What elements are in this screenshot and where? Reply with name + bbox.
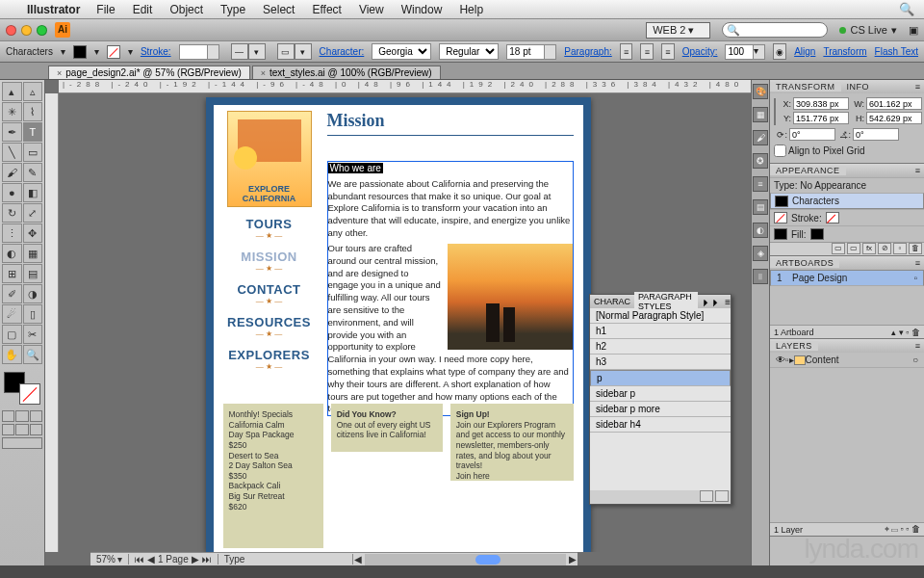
menu-edit[interactable]: Edit — [124, 3, 162, 16]
new-sublayer-icon[interactable]: ▫ — [901, 524, 904, 534]
menu-type[interactable]: Type — [212, 3, 254, 16]
new-artboard-icon[interactable]: ▫ — [906, 328, 909, 337]
close-window-button[interactable] — [6, 25, 16, 36]
spotlight-icon[interactable]: 🔍 — [899, 2, 914, 16]
rectangle-tool[interactable]: ▭ — [23, 143, 43, 162]
flash-text-link[interactable]: Flash Text — [875, 46, 918, 57]
tab-character-styles[interactable]: CHARAC — [590, 297, 634, 306]
horizontal-ruler[interactable]: |-288 |-240 |-192 |-144 |-96 |-48 |0 |48… — [59, 80, 751, 93]
stroke-link[interactable]: Stroke: — [141, 46, 171, 57]
dock-stroke-icon[interactable]: ≡ — [753, 176, 768, 192]
fill-swatch[interactable] — [73, 45, 87, 59]
cs-live-button[interactable]: CS Live ▾ — [839, 24, 897, 37]
dock-brushes-icon[interactable]: 🖌 — [753, 130, 768, 145]
font-family-select[interactable]: Georgia — [372, 43, 431, 60]
scroll-right-button[interactable]: ▶ — [568, 554, 578, 565]
mesh-tool[interactable]: ⊞ — [2, 264, 22, 283]
target-icon[interactable]: ○ — [912, 355, 918, 365]
artboard-options-icon[interactable]: ▫ — [913, 273, 917, 283]
style-normal[interactable]: [Normal Paragraph Style] — [590, 308, 731, 324]
trash-icon[interactable] — [715, 490, 729, 502]
pencil-tool[interactable]: ✎ — [23, 163, 43, 182]
font-size-stepper[interactable] — [545, 44, 556, 60]
stroke-box[interactable] — [19, 383, 40, 405]
brush-dropdown[interactable]: ▾ — [248, 43, 266, 60]
move-up-icon[interactable]: ▴ — [891, 328, 896, 337]
stroke-swatch[interactable] — [107, 45, 120, 59]
eyedropper-tool[interactable]: ✐ — [2, 284, 22, 303]
style-h1[interactable]: h1 — [590, 324, 731, 339]
fx-icon[interactable]: fx — [862, 243, 876, 254]
color-mode-solid[interactable] — [2, 410, 14, 422]
visibility-icon[interactable]: 👁 — [776, 355, 785, 365]
draw-inside[interactable] — [30, 424, 42, 435]
style-dropdown[interactable]: ▾ — [295, 43, 312, 60]
artboard-tool[interactable]: ▢ — [2, 325, 22, 344]
opacity-link[interactable]: Opacity: — [682, 46, 718, 57]
stroke-weight-input[interactable] — [179, 44, 208, 60]
font-size-input[interactable] — [506, 44, 545, 60]
h-input[interactable] — [866, 112, 922, 124]
text-frame-selected[interactable]: Who we are We are passionate about Calif… — [327, 161, 574, 416]
rotate-tool[interactable]: ↻ — [2, 203, 22, 223]
new-style-icon[interactable] — [700, 490, 713, 502]
menu-select[interactable]: Select — [254, 3, 303, 16]
document-tab-2[interactable]: ×text_styles.ai @ 100% (RGB/Preview) — [252, 66, 441, 79]
x-input[interactable] — [793, 97, 849, 110]
help-search-input[interactable]: 🔍 — [722, 22, 828, 38]
tab-info[interactable]: INFO — [841, 82, 876, 92]
appearance-fill-row[interactable]: Fill: — [770, 225, 924, 242]
paragraph-styles-panel[interactable]: CHARACPARAGRAPH STYLES⏵⏵≡ [Normal Paragr… — [589, 294, 732, 505]
dock-color-icon[interactable]: 🎨 — [753, 84, 768, 99]
stroke-dropdown[interactable]: ▾ — [128, 46, 133, 57]
zoom-tool[interactable]: 🔍 — [23, 345, 43, 364]
stroke-weight-stepper[interactable] — [208, 44, 219, 60]
panel-menu-icon[interactable]: ≡ — [911, 258, 924, 268]
perspective-tool[interactable]: ▦ — [23, 244, 43, 263]
new-stroke-icon[interactable]: ▭ — [847, 243, 860, 254]
panel-menu-icon[interactable]: ≡ — [911, 166, 924, 175]
collapse-panel-icon[interactable]: ⏵⏵ — [698, 297, 725, 307]
type-tool[interactable]: T — [23, 122, 43, 142]
close-tab-icon[interactable]: × — [261, 68, 266, 78]
scroll-left-button[interactable]: ◀ — [353, 554, 363, 565]
style-sidebar-p-more[interactable]: sidebar p more — [590, 402, 731, 417]
locate-icon[interactable]: ⌖ — [885, 524, 889, 534]
trash-icon[interactable]: 🗑 — [911, 328, 920, 337]
horizontal-scrollbar[interactable] — [365, 554, 566, 565]
dock-gradient-icon[interactable]: ▤ — [753, 199, 768, 215]
align-panel-link[interactable]: Align — [794, 46, 815, 57]
menu-object[interactable]: Object — [161, 3, 212, 16]
tab-layers[interactable]: LAYERS — [770, 341, 818, 351]
y-input[interactable] — [793, 112, 849, 124]
object-menu-icon[interactable]: ▾ — [61, 46, 65, 57]
slice-tool[interactable]: ✂ — [23, 325, 43, 344]
graph-tool[interactable]: ▯ — [23, 304, 43, 324]
new-fill-icon[interactable]: ▭ — [832, 243, 845, 254]
direct-selection-tool[interactable]: ▵ — [23, 82, 43, 101]
width-tool[interactable]: ⋮ — [2, 223, 22, 243]
symbol-sprayer-tool[interactable]: ☄ — [2, 304, 22, 324]
free-transform-tool[interactable]: ✥ — [23, 223, 43, 243]
font-style-select[interactable]: Regular — [439, 43, 499, 60]
selection-tool[interactable]: ▴ — [2, 82, 22, 101]
workspace-switcher[interactable]: WEB 2 ▾ — [646, 22, 710, 39]
style-sidebar-h4[interactable]: sidebar h4 — [590, 417, 731, 433]
lasso-tool[interactable]: ⌇ — [23, 102, 43, 121]
scale-tool[interactable]: ⤢ — [23, 203, 43, 223]
zoom-window-button[interactable] — [37, 25, 47, 36]
character-link[interactable]: Character: — [320, 46, 365, 57]
collapse-icon[interactable]: ▣ — [909, 24, 918, 37]
magic-wand-tool[interactable]: ✳ — [2, 102, 22, 121]
minimize-window-button[interactable] — [21, 25, 32, 36]
dock-align-icon[interactable]: ⫴ — [753, 269, 768, 284]
panel-menu-icon[interactable]: ≡ — [911, 82, 924, 92]
document-tab-1[interactable]: ×page_design2.ai* @ 57% (RGB/Preview) — [48, 66, 250, 79]
align-left-icon[interactable]: ≡ — [620, 43, 633, 60]
align-right-icon[interactable]: ≡ — [661, 43, 675, 60]
lock-icon[interactable]: ▫ — [785, 355, 789, 365]
style-sidebar-p[interactable]: sidebar p — [590, 386, 731, 402]
recolor-icon[interactable]: ◉ — [773, 43, 786, 60]
vertical-ruler[interactable] — [45, 93, 59, 552]
appearance-characters-row[interactable]: Characters — [770, 193, 924, 209]
